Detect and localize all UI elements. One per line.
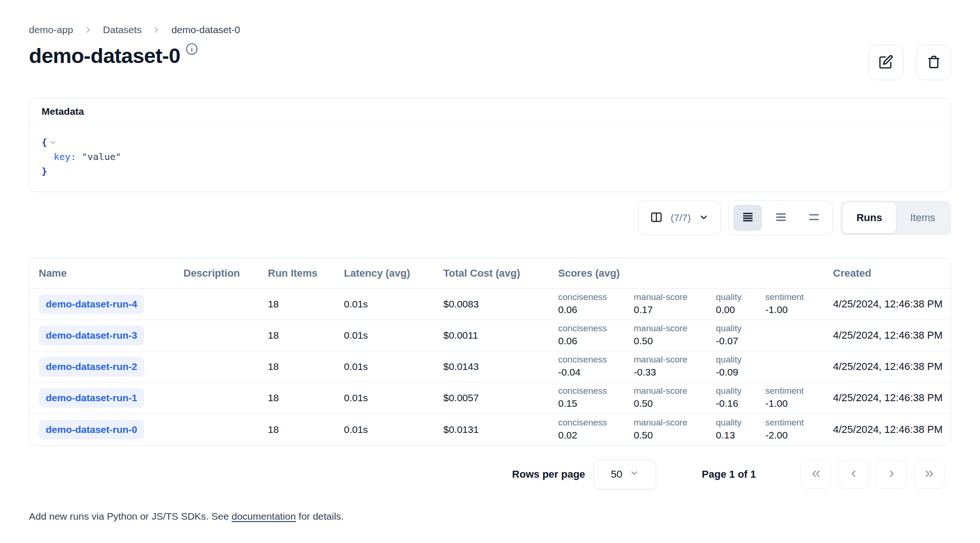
row-height-small-button[interactable] <box>733 205 762 231</box>
column-visibility-button[interactable]: (7/7) <box>638 201 721 235</box>
table-row[interactable]: demo-dataset-run-1 18 0.01s $0.0057 conc… <box>29 383 951 414</box>
score-avg-cell: quality-0.16 <box>716 386 765 410</box>
rows-per-page-select[interactable]: 50 <box>594 459 656 489</box>
table-row[interactable]: demo-dataset-run-4 18 0.01s $0.0083 conc… <box>29 289 951 320</box>
table-row[interactable]: demo-dataset-run-0 18 0.01s $0.0131 conc… <box>29 414 951 445</box>
score-avg-cell: conciseness0.06 <box>558 292 634 316</box>
latency-cell: 0.01s <box>344 424 443 435</box>
total-cost-cell: $0.0131 <box>443 424 558 435</box>
table-row[interactable]: demo-dataset-run-2 18 0.01s $0.0143 conc… <box>29 351 951 383</box>
previous-page-button[interactable] <box>838 460 869 489</box>
score-value: -2.00 <box>765 429 804 441</box>
score-label: quality <box>716 418 765 428</box>
created-cell: 4/25/2024, 12:46:38 PM <box>833 329 951 341</box>
delete-dataset-button[interactable] <box>916 45 951 80</box>
metadata-panel: Metadata { key: "value" } <box>29 98 951 192</box>
breadcrumb-item-datasets[interactable]: Datasets <box>103 24 142 35</box>
score-value: 0.06 <box>558 335 634 347</box>
score-avg-cell: manual-score0.17 <box>634 292 716 316</box>
latency-cell: 0.01s <box>344 361 443 372</box>
column-header-latency: Latency (avg) <box>344 267 443 279</box>
score-value: -0.16 <box>716 397 765 410</box>
chevron-down-icon <box>699 212 709 224</box>
chevron-right-icon <box>84 25 93 35</box>
chevron-right-icon <box>152 25 161 35</box>
score-label: quality <box>716 292 765 303</box>
created-cell: 4/25/2024, 12:46:38 PM <box>833 424 951 436</box>
footnote-text-before: Add new runs via Python or JS/TS SDKs. S… <box>29 511 231 522</box>
latency-cell: 0.01s <box>344 392 443 404</box>
row-height-medium-button[interactable] <box>766 205 795 231</box>
table-row[interactable]: demo-dataset-run-3 18 0.01s $0.0011 conc… <box>29 320 951 351</box>
score-avg-cell: conciseness0.15 <box>558 386 634 410</box>
score-avg-cell: conciseness-0.04 <box>558 355 634 378</box>
score-value: 0.13 <box>716 429 765 441</box>
column-header-total-cost: Total Cost (avg) <box>443 267 558 279</box>
score-label: sentiment <box>765 386 804 397</box>
score-label: sentiment <box>765 418 804 428</box>
column-header-run-items: Run Items <box>268 267 344 279</box>
run-name-link[interactable]: demo-dataset-run-0 <box>39 420 144 439</box>
last-page-button[interactable] <box>914 460 945 489</box>
chevron-left-icon <box>847 467 860 481</box>
run-name-link[interactable]: demo-dataset-run-3 <box>39 326 144 345</box>
run-name-link[interactable]: demo-dataset-run-2 <box>39 357 144 376</box>
score-value: 0.15 <box>558 397 634 410</box>
row-height-large-button[interactable] <box>799 205 828 231</box>
chevron-down-icon <box>630 468 639 480</box>
rows-per-page-value: 50 <box>611 468 622 480</box>
score-avg-cell: sentiment-1.00 <box>765 292 804 316</box>
documentation-link[interactable]: documentation <box>231 511 296 522</box>
score-value: 0.17 <box>634 304 716 316</box>
run-name-cell: demo-dataset-run-3 <box>39 326 183 345</box>
score-avg-cell: quality0.00 <box>716 292 765 316</box>
runs-items-tabs: Runs Items <box>840 201 951 235</box>
score-label: conciseness <box>558 292 634 303</box>
tab-items[interactable]: Items <box>896 202 949 233</box>
runs-table: Name Description Run Items Latency (avg)… <box>29 258 951 446</box>
score-value: -0.04 <box>558 366 634 378</box>
run-name-link[interactable]: demo-dataset-run-1 <box>39 388 144 408</box>
score-avg-cell: conciseness0.06 <box>558 323 634 347</box>
score-avg-cell: manual-score0.50 <box>634 418 716 441</box>
trash-icon <box>927 55 941 70</box>
row-height-medium-icon <box>775 211 787 225</box>
column-count-label: (7/7) <box>671 212 691 223</box>
row-height-selector <box>728 201 833 235</box>
score-value: 0.50 <box>634 335 716 347</box>
breadcrumb-item-project[interactable]: demo-app <box>29 24 73 35</box>
score-label: manual-score <box>634 386 716 397</box>
score-avg-cell: quality-0.09 <box>716 355 765 378</box>
chevrons-right-icon <box>923 467 936 481</box>
run-items-cell: 18 <box>268 330 344 341</box>
total-cost-cell: $0.0011 <box>443 330 558 341</box>
run-items-cell: 18 <box>268 299 344 310</box>
score-avg-cell: manual-score0.50 <box>634 386 716 410</box>
score-value: -1.00 <box>765 304 804 316</box>
columns-icon <box>650 211 663 225</box>
first-page-button[interactable] <box>800 460 831 489</box>
info-icon[interactable] <box>185 42 199 58</box>
run-items-cell: 18 <box>268 392 344 404</box>
score-value: -1.00 <box>765 397 804 410</box>
breadcrumb-item-dataset[interactable]: demo-dataset-0 <box>171 24 240 35</box>
collapse-chevron-down-icon[interactable] <box>49 139 57 146</box>
run-name-cell: demo-dataset-run-2 <box>39 357 183 376</box>
table-header-row: Name Description Run Items Latency (avg)… <box>29 258 951 289</box>
score-value: 0.02 <box>558 429 634 441</box>
latency-cell: 0.01s <box>344 299 443 310</box>
score-label: quality <box>716 386 765 397</box>
next-page-button[interactable] <box>876 460 907 489</box>
run-name-link[interactable]: demo-dataset-run-4 <box>39 294 144 314</box>
metadata-panel-title: Metadata <box>29 98 951 125</box>
breadcrumb: demo-app Datasets demo-dataset-0 <box>29 24 951 35</box>
score-value: -0.09 <box>716 366 765 378</box>
scores-cell: conciseness-0.04manual-score-0.33quality… <box>558 355 833 378</box>
run-name-cell: demo-dataset-run-0 <box>39 420 183 439</box>
run-name-cell: demo-dataset-run-4 <box>39 294 183 314</box>
page-status: Page 1 of 1 <box>702 468 756 480</box>
tab-runs[interactable]: Runs <box>842 202 896 233</box>
rows-per-page-label: Rows per page <box>512 468 585 480</box>
edit-dataset-button[interactable] <box>868 45 903 80</box>
json-key: key <box>54 150 70 164</box>
